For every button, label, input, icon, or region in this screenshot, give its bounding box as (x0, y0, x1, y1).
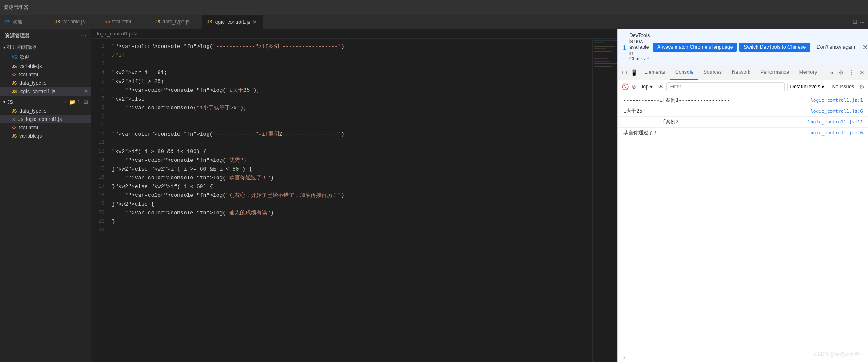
code-line-15[interactable]: }"kw2">else "kw2">if( i >= 60 && i < 80 … (112, 165, 592, 173)
code-line-22[interactable] (112, 226, 592, 235)
line-number-6: 6 (92, 86, 109, 95)
sidebar-file-logic_control1-js[interactable]: ✕ JS logic_control1.js (0, 115, 91, 123)
devtools-more-tabs-icon[interactable]: » (828, 68, 835, 78)
code-line-17[interactable]: }"kw2">else "kw2">if( i < 60) { (112, 182, 592, 191)
collapse-icon[interactable]: ⊟ (84, 99, 88, 105)
code-line-11[interactable]: "">var-color">console."fn">log("--------… (112, 130, 592, 138)
sidebar-section-js[interactable]: ▾ JS + 📁 ↻ ⊟ (0, 97, 91, 107)
block-icon[interactable]: ⊘ (631, 83, 636, 90)
devtools-tab-network[interactable]: Network (727, 65, 755, 80)
sidebar-section-open-editors[interactable]: ▾ 打开的编辑器 (0, 42, 91, 53)
code-line-1[interactable]: "">var-color">console."fn">log("--------… (112, 42, 592, 51)
default-levels-dropdown[interactable]: Default levels ▾ (787, 83, 827, 91)
code-line-10[interactable] (112, 121, 592, 130)
devtools-inspect-icon[interactable]: ⬚ (620, 68, 629, 78)
devtools-tab-sources[interactable]: Sources (698, 65, 727, 80)
code-line-19[interactable]: }"kw2">else { (112, 200, 592, 209)
filter-input[interactable] (666, 82, 785, 91)
code-line-2[interactable]: //if (112, 51, 592, 60)
info-icon: ℹ (623, 43, 626, 51)
devtools-tab-memory[interactable]: Memory (794, 65, 822, 80)
code-line-6[interactable]: "">var-color">console."fn">log("i大于25"); (112, 86, 592, 95)
code-line-21[interactable]: } (112, 217, 592, 226)
dont-show-again-button[interactable]: Don't show again (812, 43, 859, 52)
new-folder-icon[interactable]: 📁 (69, 99, 76, 105)
console-source-link[interactable]: logic_control1.js:11 (808, 119, 863, 125)
refresh-icon[interactable]: ↻ (77, 99, 82, 105)
file-icon: JS (12, 64, 17, 69)
sidebar-item-label: logic_control1.js (19, 88, 55, 94)
console-row: ------------if案例1----------------- logic… (618, 95, 868, 106)
code-line-5[interactable]: "kw2">if(i > 25) (112, 77, 592, 86)
devtools-tab-console[interactable]: Console (670, 65, 698, 80)
sidebar-open-logic_control1-js[interactable]: JS logic_control1.js ✕ (0, 87, 91, 96)
tab-logic[interactable]: JS logic_control1.js ✕ (202, 15, 263, 29)
minimap (592, 39, 617, 362)
tab-variable[interactable]: JS variable.js ✕ (50, 15, 100, 29)
sidebar-file-variable-js[interactable]: JS variable.js (0, 132, 91, 140)
chevron-down-icon: ▾ (3, 45, 5, 50)
tab-welcome[interactable]: VS 欢迎 (0, 15, 50, 29)
code-line-8[interactable]: "">var-color">console("i小于或等于25"); (112, 103, 592, 112)
code-line-7[interactable]: "kw2">else (112, 95, 592, 103)
devtools-toolbar: 🚫 ⊘ top ▾ 👁 Default levels ▾ No Issues ⚙ (618, 80, 868, 93)
code-line-20[interactable]: "">var-color">console."fn">log("输入的成绩有误"… (112, 209, 592, 217)
console-source-link[interactable]: logic_control1.js:1 (810, 98, 863, 103)
notification-close-icon[interactable]: ✕ (863, 43, 868, 51)
code-line-14[interactable]: "">var-color">console."fn">log("优秀") (112, 156, 592, 165)
line-numbers: 12345678910111213141516171819202122 (92, 39, 109, 362)
sidebar-open-data_type-js[interactable]: JS data_type.js (0, 79, 91, 87)
code-editor[interactable]: "">var-color">console."fn">log("--------… (109, 39, 592, 362)
devtools-notification: ℹ DevTools is now available in Chinese! … (618, 29, 868, 65)
line-number-5: 5 (92, 77, 109, 86)
devtools-settings-icon[interactable]: ⚙ (837, 68, 845, 78)
code-line-13[interactable]: "kw2">if( i >=80 && i<=100) { (112, 147, 592, 156)
code-line-16[interactable]: "">var-color">console."fn">log("恭喜你通过了！"… (112, 173, 592, 182)
line-number-11: 11 (92, 130, 109, 138)
sidebar-file-data_type-js[interactable]: JS data_type.js (0, 107, 91, 115)
always-match-language-button[interactable]: Always match Chrome's language (653, 43, 737, 52)
sidebar-open-variable-js[interactable]: JS variable.js (0, 62, 91, 70)
line-number-4: 4 (92, 68, 109, 77)
devtools-device-icon[interactable]: 📱 (629, 68, 639, 78)
notification-buttons: Always match Chrome's language Switch De… (653, 43, 859, 52)
code-line-12[interactable] (112, 138, 592, 147)
console-ban-icon[interactable]: 🚫 (622, 83, 629, 90)
js-file-icon: JS (12, 134, 17, 138)
devtools-tab-performance[interactable]: Performance (755, 65, 794, 80)
switch-devtools-chinese-button[interactable]: Switch DevTools to Chinese (739, 43, 810, 52)
toolbar-settings-icon[interactable]: ⚙ (859, 83, 865, 90)
tab-more-icon[interactable]: ··· (860, 18, 865, 25)
line-number-14: 14 (92, 156, 109, 165)
new-file-icon[interactable]: + (64, 99, 67, 105)
code-line-3[interactable] (112, 60, 592, 68)
tab-datatype[interactable]: JS data_type.js ✕ (150, 15, 202, 29)
sidebar-open-欢迎[interactable]: VS 欢迎 (0, 53, 91, 62)
tab-split-icon[interactable]: ⊞ (853, 18, 858, 25)
topbar-dots[interactable]: ··· (860, 4, 865, 10)
sidebar-header-dots[interactable]: ··· (81, 33, 86, 38)
code-line-4[interactable]: "kw2">var i = 61; (112, 68, 592, 77)
top-selector[interactable]: top ▾ (639, 83, 655, 91)
sidebar-file-test-html[interactable]: <> test.html (0, 123, 91, 132)
code-line-9[interactable] (112, 112, 592, 121)
devtools-customize-icon[interactable]: ⋮ (847, 68, 856, 78)
sidebar-open-test-html[interactable]: <> test.html (0, 70, 91, 79)
tab-icon-datatype: JS (155, 20, 160, 24)
console-source-link[interactable]: logic_control1.js:6 (810, 108, 863, 114)
devtools-close-icon[interactable]: ✕ (858, 68, 866, 78)
top-label: top (642, 84, 649, 90)
js-file-icon: JS (18, 117, 23, 122)
chevron-down-icon-js: ▾ (3, 100, 5, 104)
console-source-link[interactable]: logic_control1.js:16 (808, 130, 863, 136)
line-number-19: 19 (92, 200, 109, 209)
editor-content[interactable]: 12345678910111213141516171819202122 "">v… (92, 39, 617, 362)
tab-testhtml[interactable]: <> test.html ✕ (100, 15, 150, 29)
eye-icon[interactable]: 👁 (658, 83, 664, 90)
sidebar-item-close-icon[interactable]: ✕ (84, 88, 88, 94)
code-line-18[interactable]: "">var-color">console."fn">log("别灰心，开始了已… (112, 191, 592, 200)
watermark: CSDN @菜鸡学安全 (814, 351, 860, 358)
line-number-3: 3 (92, 60, 109, 68)
tab-close-logic[interactable]: ✕ (252, 19, 257, 25)
devtools-tab-elements[interactable]: Elements (639, 65, 670, 80)
